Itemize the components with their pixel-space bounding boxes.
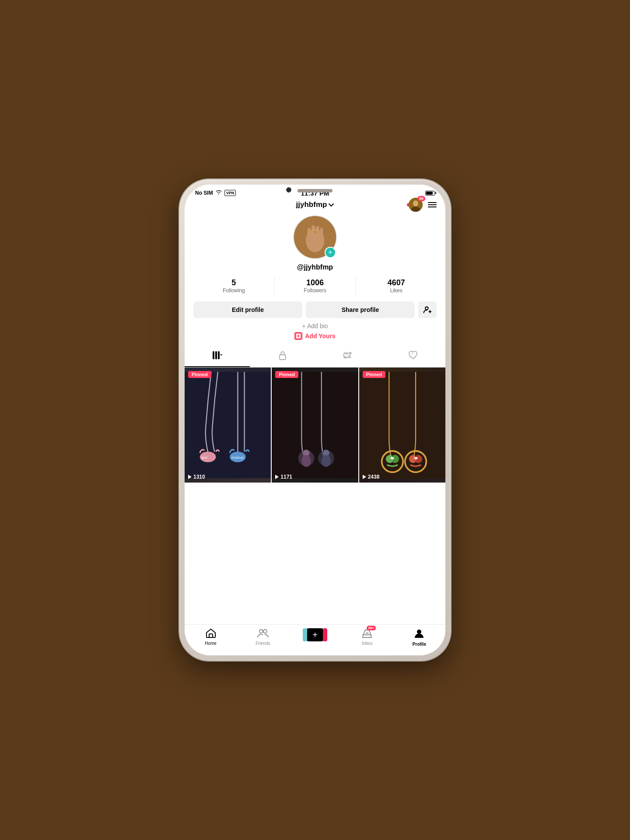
pinned-badge-2: Pinned [275, 371, 298, 378]
stat-likes[interactable]: 4607 Likes [356, 276, 437, 295]
add-yours-label: Add Yours [305, 332, 336, 340]
home-label: Home [205, 641, 217, 646]
tab-locked[interactable] [250, 345, 315, 367]
friends-icon [257, 628, 269, 640]
add-yours-button[interactable]: Add Yours [294, 332, 336, 340]
svg-rect-15 [280, 355, 286, 360]
repost-icon [343, 351, 353, 361]
vpn-badge: VPN [224, 190, 236, 196]
create-plus-icon: + [312, 630, 318, 640]
username-nav[interactable]: jjyhbfmp [296, 200, 334, 209]
chevron-down-icon [329, 200, 334, 209]
svg-rect-12 [213, 351, 214, 359]
svg-point-10 [425, 307, 428, 310]
add-user-button[interactable] [418, 301, 437, 318]
inbox-badge: 99+ [367, 626, 376, 630]
phone-inner: No SIM VPN 11:37 PM [185, 185, 445, 655]
bottom-nav: Home Friends [185, 624, 445, 655]
add-bio-button[interactable]: + Add bio [302, 322, 328, 329]
necklace-3-svg: ❤ ❤ [359, 368, 445, 483]
avatar-container: + [293, 215, 337, 259]
play-icon-1 [188, 475, 192, 479]
svg-text:❤: ❤ [413, 456, 417, 461]
video-thumb-2[interactable]: Pinned 1171 [272, 368, 358, 483]
camera [286, 187, 291, 192]
share-profile-button[interactable]: Share profile [306, 301, 415, 318]
pinned-badge-3: Pinned [363, 371, 386, 378]
svg-text:BFF: BFF [201, 456, 208, 460]
profile-section: + @jjyhbfmp 5 Following 1006 Followers 4… [185, 212, 445, 345]
necklace-1-svg: BFF FRIEND [185, 368, 271, 483]
avatar-badge: 99 [417, 196, 425, 201]
nav-home[interactable]: Home [185, 628, 237, 647]
create-button[interactable]: + [305, 628, 325, 641]
battery-fill [426, 192, 433, 195]
nav-username: jjyhbfmp [296, 200, 327, 209]
svg-point-42 [417, 630, 421, 634]
svg-point-29 [322, 455, 331, 467]
svg-text:❤: ❤ [390, 456, 394, 461]
svg-rect-23 [272, 372, 358, 478]
svg-rect-8 [320, 228, 323, 236]
video-thumb-3[interactable]: ❤ ❤ Pinned 2438 [359, 368, 445, 483]
speaker [298, 189, 332, 192]
pinned-badge-1: Pinned [188, 371, 211, 378]
svg-rect-18 [185, 372, 271, 478]
heart-icon [408, 351, 418, 361]
followers-label: Followers [304, 287, 326, 294]
necklace-2-svg [272, 368, 358, 483]
play-count-1: 1310 [188, 474, 205, 480]
svg-point-40 [259, 630, 263, 633]
svg-point-26 [302, 455, 311, 467]
following-count: 5 [231, 278, 236, 287]
status-right [425, 191, 435, 196]
edit-profile-button[interactable]: Edit profile [193, 301, 302, 318]
no-sim-text: No SIM [195, 190, 213, 196]
inbox-label: Inbox [362, 641, 372, 646]
play-icon-3 [363, 475, 366, 479]
top-nav: jjyhbfmp [185, 198, 445, 212]
tab-videos[interactable] [185, 345, 250, 367]
profile-handle: @jjyhbfmp [297, 263, 333, 271]
screen: No SIM VPN 11:37 PM [185, 185, 445, 655]
stat-following[interactable]: 5 Following [193, 276, 275, 295]
video-thumb-1[interactable]: BFF FRIEND Pinned 1310 [185, 368, 271, 483]
nav-profile[interactable]: Profile [393, 628, 445, 647]
action-buttons: Edit profile Share profile [193, 301, 437, 318]
play-icon-2 [275, 475, 279, 479]
svg-point-1 [413, 200, 418, 206]
svg-point-9 [313, 230, 317, 234]
profile-label: Profile [413, 642, 426, 647]
nav-avatar-wrapper[interactable]: 99 [409, 198, 423, 212]
svg-rect-39 [209, 634, 213, 637]
tab-repost[interactable] [315, 345, 380, 367]
tab-liked[interactable] [380, 345, 445, 367]
play-count-2: 1171 [275, 474, 292, 480]
profile-icon [414, 628, 424, 640]
menu-icon[interactable] [428, 202, 437, 207]
nav-right: 99 [409, 198, 437, 212]
stat-followers[interactable]: 1006 Followers [275, 276, 356, 295]
likes-label: Likes [390, 287, 402, 294]
content-tabs [185, 345, 445, 368]
battery-icon [425, 191, 435, 196]
nav-create[interactable]: + [289, 628, 341, 647]
lock-icon [279, 350, 287, 362]
likes-count: 4607 [388, 278, 405, 287]
add-yours-icon [294, 332, 302, 340]
add-photo-button[interactable]: + [325, 247, 336, 258]
wifi-icon [216, 190, 222, 196]
play-count-3: 2438 [363, 474, 380, 480]
stats-row: 5 Following 1006 Followers 4607 Likes [193, 276, 437, 295]
svg-point-41 [263, 630, 267, 633]
followers-count: 1006 [306, 278, 324, 287]
nav-friends[interactable]: Friends [237, 628, 289, 647]
nav-inbox[interactable]: 99+ Inbox [341, 628, 393, 647]
svg-text:FRIEND: FRIEND [231, 456, 244, 460]
inbox-icon-wrapper: 99+ [362, 628, 372, 640]
status-left: No SIM VPN [195, 190, 236, 196]
videos-tab-icon [213, 351, 222, 361]
video-grid: BFF FRIEND Pinned 1310 [185, 368, 445, 624]
friends-label: Friends [256, 641, 270, 646]
svg-rect-13 [215, 351, 217, 359]
